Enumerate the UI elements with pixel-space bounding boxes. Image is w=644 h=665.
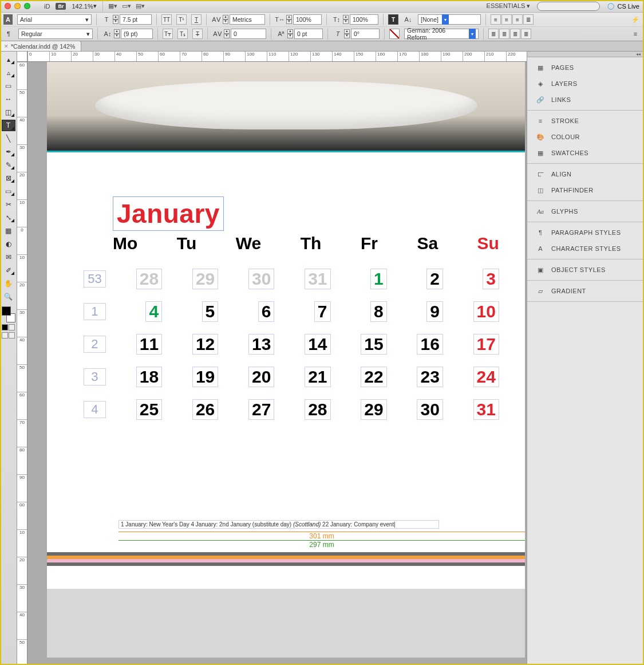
fill-with-placeholder-button[interactable]: T [388,14,398,25]
char-panel-icon[interactable]: A↓ [403,14,413,25]
justify-button[interactable]: ≣ [523,14,534,25]
date-cell[interactable]: 21 [277,367,330,387]
preview-view-button[interactable] [9,332,15,339]
date-cell[interactable]: 8 [334,301,387,322]
smallcaps-button[interactable]: Tᴛ [163,29,173,39]
date-cell[interactable]: 31 [277,269,330,289]
stepper[interactable]: ▲▼ [344,29,350,38]
allcaps-button[interactable]: TT [161,14,172,25]
eyedropper-tool[interactable]: ✐ [2,265,15,276]
justify-right-button[interactable]: ≣ [510,29,520,39]
tracking-value[interactable]: 0 [231,29,266,39]
normal-view-button[interactable] [2,332,8,339]
stepper[interactable]: ▲▼ [223,15,228,24]
date-cell[interactable]: 7 [277,301,330,322]
baseline-shift-field[interactable]: Aª▲▼0 pt [276,29,323,39]
scissors-tool[interactable]: ✂ [2,199,15,210]
selection-tool[interactable]: ▴ [2,54,15,65]
panel-pathfinder[interactable]: ◫PATHFINDER [527,182,644,198]
justify-center-button[interactable]: ≣ [499,29,509,39]
date-cell[interactable]: 14 [277,334,330,355]
rectangle-tool[interactable]: ▭ [2,186,15,197]
font-style-combo[interactable]: Regular▾ [18,29,93,39]
date-cell[interactable]: 1 [334,269,387,289]
date-cell[interactable]: 15 [334,334,387,355]
superscript-button[interactable]: T¹ [176,14,187,25]
calendar-photo-frame[interactable] [47,62,525,151]
justify-all-button[interactable]: ≣ [521,29,531,39]
panel-gradient[interactable]: ▱GRADIENT [527,283,644,299]
content-collector-tool[interactable]: ◫ [2,107,15,118]
panel-swatches[interactable]: ▦SWATCHES [527,145,644,161]
font-size-field[interactable]: T▲▼7.5 pt [101,14,152,25]
date-cell[interactable]: 17 [446,334,499,355]
underline-button[interactable]: T [191,14,202,25]
date-cell[interactable]: 4 [109,301,162,322]
canvas-area[interactable]: 0102030405060708090100110120130140150160… [17,52,527,665]
font-family-combo[interactable]: Arial▾ [17,14,92,25]
date-cell[interactable]: 29 [334,399,387,420]
close-window-button[interactable] [5,3,11,9]
free-transform-tool[interactable]: ⤡ [2,212,15,223]
page[interactable]: January MoTuWeThFrSaSu 53282930311231456… [47,62,525,589]
panel-layers[interactable]: ◈LAYERS [527,76,644,92]
baseline-value[interactable]: 0 pt [294,29,323,39]
char-mode-toggle[interactable]: A [3,14,13,25]
week-number-cell[interactable]: 3 [84,368,106,385]
panel-menu-icon[interactable]: ≡ [630,29,641,39]
date-cell[interactable]: 24 [446,367,499,387]
panel-colour[interactable]: 🎨COLOUR [527,129,644,145]
stepper[interactable]: ▲▼ [286,15,292,24]
align-left-button[interactable]: ≡ [491,14,501,25]
guide-297mm[interactable]: 297 mm [118,540,525,549]
hscale-field[interactable]: T↔▲▼100% [275,14,322,25]
date-cell[interactable]: 19 [165,367,218,387]
close-tab-icon[interactable]: ✕ [4,44,9,49]
date-cell[interactable]: 2 [390,269,443,289]
date-cell[interactable]: 3 [446,269,499,289]
vscale-field[interactable]: T↕▲▼100% [331,14,378,25]
skew-field[interactable]: T▲▼0° [333,29,380,39]
workspace-switcher[interactable]: ESSENTIALS ▾ [487,2,531,10]
date-cell[interactable]: 20 [221,367,274,387]
stepper[interactable]: ▲▼ [114,29,120,38]
cs-live-button[interactable]: ◯CS Live [607,2,639,10]
date-cell[interactable]: 23 [390,367,443,387]
week-number-cell[interactable]: 53 [84,270,106,288]
leading-field[interactable]: A↕▲▼(9 pt) [102,29,153,39]
skew-value[interactable]: 0° [351,29,380,39]
bridge-button[interactable]: Br [56,3,66,10]
apply-gradient-button[interactable] [9,324,15,330]
date-cell[interactable]: 13 [221,334,274,355]
date-cell[interactable]: 25 [109,399,162,420]
vscale-value[interactable]: 100% [350,14,378,25]
panel-object-styles[interactable]: ▣OBJECT STYLES [527,262,644,278]
date-cell[interactable]: 12 [165,334,218,355]
date-cell[interactable]: 18 [109,367,162,387]
date-cell[interactable]: 11 [109,334,162,355]
quick-apply-icon[interactable]: ⚡ [630,14,641,25]
stepper[interactable]: ▲▼ [113,15,118,24]
date-cell[interactable]: 9 [390,301,443,322]
tracking-field[interactable]: AⅤ▲▼0 [212,29,266,39]
align-center-button[interactable]: ≡ [501,14,512,25]
date-cell[interactable]: 28 [109,269,162,289]
date-cell[interactable]: 30 [390,399,443,420]
date-cell[interactable]: 29 [165,269,218,289]
date-cell[interactable]: 27 [221,399,274,420]
vertical-ruler[interactable]: 6050403020100102030405060708090001020304… [17,62,27,665]
date-cell[interactable]: 10 [446,301,499,322]
view-options-icon[interactable]: ▦▾ [109,2,117,10]
screen-mode-icon[interactable]: ▭▾ [123,2,131,10]
date-cell[interactable]: 16 [390,334,443,355]
pencil-tool[interactable]: ✎ [2,159,15,171]
date-cell[interactable]: 6 [221,301,274,322]
panel-align[interactable]: ⫍ALIGN [527,166,644,182]
language-select[interactable]: German: 2006 Reform▾ [404,29,479,39]
zoom-tool[interactable]: 🔍 [2,291,15,302]
fill-swatch[interactable] [2,306,11,316]
leading-value[interactable]: (9 pt) [121,29,153,39]
guide-301mm[interactable]: 301 mm [118,532,525,540]
date-cell[interactable]: 26 [165,399,218,420]
panel-glyphs[interactable]: AaGLYPHS [527,203,644,219]
